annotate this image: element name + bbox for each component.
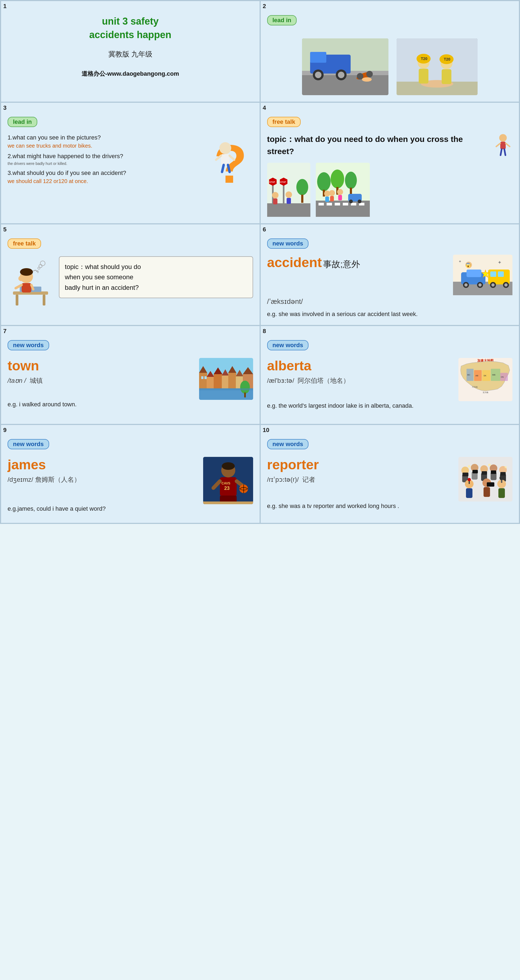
cell10-phonetic: /rɪˈpɔːtə(r)/ 记者	[267, 475, 459, 484]
svg-rect-57	[351, 203, 356, 205]
svg-line-29	[222, 165, 224, 172]
tag-free-talk-4: free talk	[267, 117, 301, 127]
svg-point-173	[488, 464, 491, 466]
svg-point-86	[40, 261, 45, 266]
cell9-cn: 詹姆斯（人名）	[35, 476, 81, 483]
svg-rect-26	[221, 154, 230, 165]
svg-rect-20	[442, 69, 451, 84]
cell-10: 10 new words reporter /rɪˈpɔːtə(r)/ 记者	[261, 425, 519, 523]
svg-point-172	[468, 465, 471, 468]
tag-new-words-9: new words	[8, 439, 49, 449]
tag-new-words-7: new words	[8, 340, 49, 350]
cell-3: 3 lead in 1.what can you see in the pict…	[1, 103, 260, 223]
cell9-example: e.g.james, could i have a quiet word?	[8, 504, 253, 513]
svg-point-68	[499, 134, 507, 142]
svg-rect-180	[484, 487, 490, 497]
reporter-image	[458, 457, 512, 501]
svg-rect-109	[199, 373, 207, 388]
canada-map-image: 加拿大地图 AB SK MB BC ON	[458, 358, 512, 401]
svg-rect-124	[205, 376, 207, 379]
svg-rect-75	[16, 295, 18, 305]
svg-rect-36	[283, 185, 284, 206]
accident-illustration: 😱 ✦ ✦	[453, 255, 512, 295]
svg-point-83	[18, 276, 24, 281]
svg-text:SK: SK	[484, 374, 487, 377]
svg-point-185	[499, 476, 504, 480]
cell3-a3: we should call 122 or120 at once.	[8, 178, 205, 185]
svg-rect-170	[491, 470, 496, 474]
svg-text:STOP: STOP	[280, 181, 286, 183]
cell9-word: james	[8, 457, 203, 473]
svg-point-93	[491, 283, 495, 286]
cell6-header: accident 事故;意外	[267, 255, 513, 295]
cell3-q2: 2.what might have happened to the driver…	[8, 153, 205, 160]
truck-accident-image	[302, 38, 388, 95]
cell7-example: e.g. i walked around town.	[8, 400, 253, 409]
cell7-phonetic: /taʊn / 城镇	[8, 376, 43, 385]
svg-rect-80	[22, 283, 31, 293]
tag-new-words-6: new words	[267, 239, 309, 249]
svg-text:23: 23	[224, 485, 230, 491]
cell3-a1: we can see trucks and motor bikes.	[8, 143, 205, 149]
svg-rect-183	[498, 488, 505, 498]
town-image	[199, 358, 253, 400]
svg-line-30	[228, 165, 230, 172]
svg-text:T20: T20	[421, 57, 427, 61]
svg-point-48	[331, 170, 344, 188]
svg-rect-69	[500, 142, 506, 149]
svg-point-61	[358, 199, 361, 203]
question-mark-illustration: ?	[210, 134, 253, 199]
cell-4: 4 free talk topic：what do you need to do…	[261, 103, 519, 223]
svg-text:?: ?	[214, 134, 247, 194]
svg-point-50	[345, 172, 357, 189]
cell-number-5: 5	[3, 226, 6, 233]
cell8-example: e.g. the world's largest indoor lake is …	[267, 401, 513, 410]
cell6-phonetic: /ˈæksɪdənt/	[267, 298, 513, 306]
svg-text:ON: ON	[501, 376, 504, 378]
cell-9: 9 new words james /dʒeɪmz/ 詹姆斯（人名） CAVS	[1, 425, 260, 523]
cell10-example: e.g. she was a tv reporter and worked lo…	[267, 501, 513, 511]
cell3-text: 1.what can you see in the pictures? we c…	[8, 134, 205, 199]
cell4-images: STOP STOP	[267, 163, 488, 217]
boy-illustration	[8, 256, 51, 308]
svg-point-79	[20, 268, 33, 276]
cell8-word: alberta	[267, 358, 459, 374]
cell8-phonetic: /æl'bɜːtə/ 阿尔伯塔（地名）	[267, 376, 459, 385]
cell-number-9: 9	[3, 426, 6, 434]
svg-rect-169	[482, 471, 487, 475]
svg-point-12	[362, 77, 372, 82]
cell-6: 6 new words accident 事故;意外	[261, 224, 519, 325]
svg-rect-90	[490, 271, 496, 277]
cell4-topic: topic：what do you need to do when you cr…	[267, 133, 488, 158]
svg-rect-126	[244, 393, 246, 398]
cell-number-4: 4	[263, 104, 266, 111]
svg-point-178	[468, 478, 471, 481]
svg-rect-54	[327, 203, 332, 205]
svg-text:CAVS: CAVS	[222, 482, 230, 485]
svg-point-41	[285, 191, 292, 198]
tag-new-words-10: new words	[267, 439, 309, 449]
cell8-cn: 阿尔伯塔（地名）	[298, 377, 350, 384]
svg-point-60	[349, 199, 353, 203]
cell1-subtitle: 冀教版 九年级	[8, 49, 253, 59]
svg-text:安大略: 安大略	[483, 391, 488, 393]
cell9-phonetic: /dʒeɪmz/ 詹姆斯（人名）	[8, 475, 203, 484]
rescue-workers-image: T20 T20	[396, 38, 477, 95]
svg-point-125	[240, 381, 250, 394]
svg-rect-181	[487, 482, 494, 487]
cell5-box-text: topic：what should you do when you see so…	[65, 263, 141, 291]
svg-rect-17	[419, 68, 428, 84]
svg-text:不列颠: 不列颠	[472, 386, 477, 388]
svg-point-43	[296, 179, 308, 195]
cell5-topic-box: topic：what should you do when you see so…	[59, 256, 253, 298]
cell9-word-header: james /dʒeɪmz/ 詹姆斯（人名） CAVS 23	[8, 457, 253, 504]
svg-point-95	[504, 283, 507, 286]
cell3-q1: 1.what can you see in the pictures?	[8, 134, 205, 141]
svg-point-101	[479, 283, 482, 286]
svg-text:MB: MB	[492, 374, 495, 376]
svg-rect-67	[325, 197, 329, 202]
svg-text:😱: 😱	[465, 262, 471, 268]
svg-rect-56	[343, 203, 348, 205]
svg-point-174	[504, 466, 507, 468]
cell-number-7: 7	[3, 328, 6, 335]
